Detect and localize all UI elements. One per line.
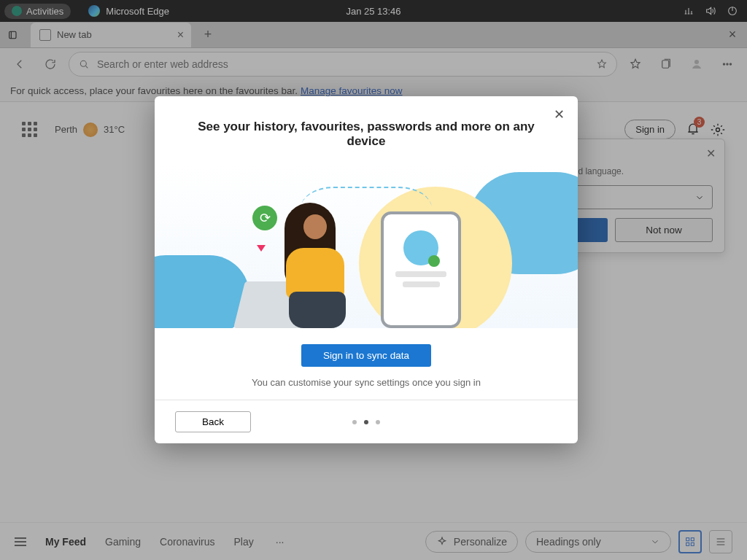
close-icon[interactable]: ✕ xyxy=(554,106,565,122)
modal-title: See your history, favourites, passwords … xyxy=(155,96,578,165)
sync-modal: ✕ See your history, favourites, password… xyxy=(155,96,578,443)
sync-illustration: ⟳ xyxy=(155,165,578,328)
pager-dots xyxy=(352,420,380,424)
back-button[interactable]: Back xyxy=(175,411,251,432)
modal-subtitle: You can customise your sync settings onc… xyxy=(169,377,563,388)
signin-sync-button[interactable]: Sign in to sync data xyxy=(301,344,431,367)
